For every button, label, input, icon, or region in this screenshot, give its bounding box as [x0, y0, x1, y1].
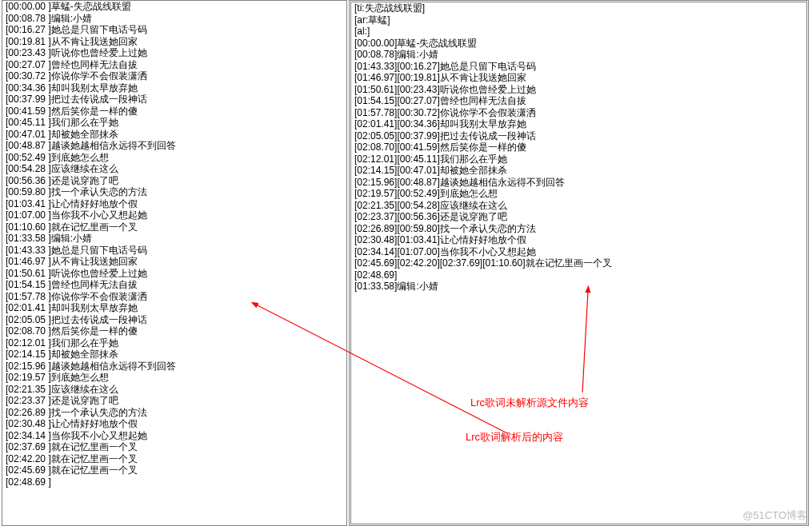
raw-lyric-line: [02:14.15][00:47.01]却被她全部抹杀 — [351, 165, 806, 177]
raw-lyric-line: [02:34.14][01:07.00]当你我不小心又想起她 — [351, 246, 806, 258]
raw-lyric-line: [ti:失恋战线联盟] — [351, 2, 806, 14]
parsed-lyric-line: [01:50.61 ]听说你也曾经爱上过她 — [2, 268, 346, 280]
raw-lyric-line: [02:30.48][01:03.41]让心情好好地放个假 — [351, 234, 806, 246]
raw-lyric-line: [00:00.00]草蜢-失恋战线联盟 — [351, 38, 806, 50]
raw-lyric-line: [al:] — [351, 26, 806, 38]
raw-lyric-line: [01:50.61][00:23.43]听说你也曾经爱上过她 — [351, 84, 806, 96]
raw-lyric-line: [02:45.69][02:42.20][02:37.69][01:10.60]… — [351, 257, 806, 269]
parsed-lyric-line: [02:34.14 ]当你我不小心又想起她 — [2, 430, 346, 442]
raw-lyric-line: [01:54.15][00:27.07]曾经也同样无法自拔 — [351, 95, 806, 107]
raw-lyric-line: [02:08.70][00:41.59]然后笑你是一样的傻 — [351, 141, 806, 153]
parsed-lyric-line: [00:23.43 ]听说你也曾经爱上过她 — [2, 47, 346, 59]
parsed-lyric-line: [02:01.41 ]却叫我别太早放弃她 — [2, 302, 346, 314]
raw-lyric-line: [02:26.89][00:59.80]找一个承认失恋的方法 — [351, 223, 806, 235]
parsed-lyric-line: [02:42.20 ]就在记忆里画一个叉 — [2, 453, 346, 465]
parsed-lyric-line: [01:03.41 ]让心情好好地放个假 — [2, 198, 346, 210]
parsed-lyric-line: [00:56.36 ]还是说穿跑了吧 — [2, 175, 346, 187]
parsed-lyric-line: [02:12.01 ]我们那么在乎她 — [2, 337, 346, 349]
raw-lyric-line: [02:01.41][00:34.36]却叫我别太早放弃她 — [351, 118, 806, 130]
parsed-lyric-line: [02:48.69 ] — [2, 476, 346, 488]
raw-lyric-line: [02:05.05][00:37.99]把过去传说成一段神话 — [351, 130, 806, 142]
parsed-lyric-line: [02:19.57 ]到底她怎么想 — [2, 372, 346, 384]
parsed-lyric-line: [02:05.05 ]把过去传说成一段神话 — [2, 314, 346, 326]
parsed-lyric-line: [00:37.99 ]把过去传说成一段神话 — [2, 94, 346, 106]
raw-lyric-line: [01:43.33][00:16.27]她总是只留下电话号码 — [351, 61, 806, 73]
raw-lyric-line: [01:33.58]编辑:小婧 — [351, 281, 806, 293]
raw-lyric-line: [02:23.37][00:56.36]还是说穿跑了吧 — [351, 211, 806, 223]
raw-lyric-line: [01:57.78][00:30.72]你说你学不会假装潇洒 — [351, 107, 806, 119]
watermark: @51CTO博客 — [742, 508, 807, 523]
raw-lyric-line: [00:08.78]编辑:小婧 — [351, 49, 806, 61]
parsed-lyric-line: [01:07.00 ]当你我不小心又想起她 — [2, 209, 346, 221]
parsed-lyric-line: [01:10.60 ]就在记忆里画一个叉 — [2, 221, 346, 233]
parsed-lyric-line: [02:08.70 ]然后笑你是一样的傻 — [2, 325, 346, 337]
parsed-lyric-line: [01:33.58 ]编辑:小婧 — [2, 233, 346, 245]
raw-lyric-line: [02:48.69] — [351, 269, 806, 281]
parsed-lyric-line: [00:41.59 ]然后笑你是一样的傻 — [2, 106, 346, 118]
parsed-lyric-line: [01:57.78 ]你说你学不会假装潇洒 — [2, 291, 346, 303]
parsed-lyric-line: [00:45.11 ]我们那么在乎她 — [2, 117, 346, 129]
parsed-lyric-line: [00:52.49 ]到底她怎么想 — [2, 152, 346, 164]
parsed-lyric-line: [00:27.07 ]曾经也同样无法自拔 — [2, 59, 346, 71]
parsed-lyric-line: [00:34.36 ]却叫我别太早放弃她 — [2, 82, 346, 94]
parsed-lyric-line: [00:19.81 ]从不肯让我送她回家 — [2, 36, 346, 48]
annotation-raw: Lrc歌词未解析源文件内容 — [470, 396, 589, 410]
right-source-pane[interactable]: [ti:失恋战线联盟][ar:草蜢][al:][00:00.00]草蜢-失恋战线… — [349, 0, 809, 526]
parsed-lyric-line: [00:00.00 ]草蜢-失恋战线联盟 — [2, 1, 346, 13]
parsed-lyric-line: [00:47.01 ]却被她全部抹杀 — [2, 129, 346, 141]
raw-lyric-line: [02:15.96][00:48.87]越谈她越相信永远得不到回答 — [351, 177, 806, 189]
parsed-lyric-line: [01:54.15 ]曾经也同样无法自拔 — [2, 279, 346, 291]
parsed-lyric-line: [02:21.35 ]应该继续在这么 — [2, 384, 346, 396]
parsed-lyric-line: [00:16.27 ]她总是只留下电话号码 — [2, 24, 346, 36]
parsed-lyric-line: [02:45.69 ]就在记忆里画一个叉 — [2, 464, 346, 476]
parsed-lyric-line: [02:37.69 ]就在记忆里画一个叉 — [2, 441, 346, 453]
parsed-lyric-line: [01:43.33 ]她总是只留下电话号码 — [2, 245, 346, 257]
parsed-lyric-line: [02:23.37 ]还是说穿跑了吧 — [2, 395, 346, 407]
parsed-lyric-line: [02:15.96 ]越谈她越相信永远得不到回答 — [2, 361, 346, 373]
annotation-parsed: Lrc歌词解析后的内容 — [466, 430, 563, 444]
parsed-lyric-line: [00:30.72 ]你说你学不会假装潇洒 — [2, 70, 346, 82]
raw-lyric-line: [ar:草蜢] — [351, 14, 806, 26]
parsed-lyric-line: [02:26.89 ]找一个承认失恋的方法 — [2, 407, 346, 419]
parsed-lyric-line: [02:14.15 ]却被她全部抹杀 — [2, 349, 346, 361]
parsed-lyric-line: [00:08.78 ]编辑:小婧 — [2, 13, 346, 25]
parsed-lyric-line: [00:48.87 ]越谈她越相信永远得不到回答 — [2, 140, 346, 152]
parsed-lyric-line: [00:54.28 ]应该继续在这么 — [2, 163, 346, 175]
left-output-pane[interactable]: [00:00.00 ]草蜢-失恋战线联盟[00:08.78 ]编辑:小婧[00:… — [2, 0, 347, 526]
raw-lyric-line: [02:19.57][00:52.49]到底她怎么想 — [351, 188, 806, 200]
parsed-lyric-line: [00:59.80 ]找一个承认失恋的方法 — [2, 186, 346, 198]
raw-lyric-line: [02:21.35][00:54.28]应该继续在这么 — [351, 200, 806, 212]
raw-lyric-line: [01:46.97][00:19.81]从不肯让我送她回家 — [351, 72, 806, 84]
parsed-lyric-line: [02:30.48 ]让心情好好地放个假 — [2, 418, 346, 430]
parsed-lyric-line: [01:46.97 ]从不肯让我送她回家 — [2, 256, 346, 268]
raw-lyric-line: [02:12.01][00:45.11]我们那么在乎她 — [351, 153, 806, 165]
